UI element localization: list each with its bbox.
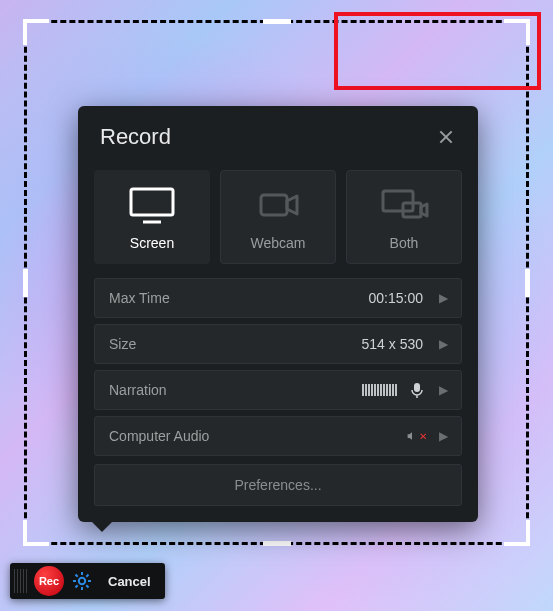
row-narration[interactable]: Narration ▶ (94, 370, 462, 410)
chevron-right-icon[interactable]: ▶ (433, 291, 453, 305)
row-size[interactable]: Size 514 x 530 ▶ (94, 324, 462, 364)
panel-title: Record (100, 124, 171, 150)
monitor-icon (125, 185, 179, 225)
dual-icon (377, 185, 431, 225)
maxtime-value: 00:15:00 (369, 290, 424, 306)
record-mode-group: Screen Webcam Both (94, 170, 462, 264)
chevron-right-icon[interactable]: ▶ (433, 429, 453, 443)
size-label: Size (109, 336, 362, 352)
svg-rect-5 (414, 383, 420, 392)
svg-line-13 (76, 585, 78, 587)
row-computer-audio[interactable]: Computer Audio ✕ ▶ (94, 416, 462, 456)
record-toolbar[interactable]: Rec Cancel (10, 563, 165, 599)
mode-both-label: Both (347, 235, 461, 251)
volume-meter (362, 384, 397, 396)
mode-webcam-label: Webcam (221, 235, 335, 251)
cancel-button[interactable]: Cancel (100, 574, 159, 589)
size-value: 514 x 530 (362, 336, 424, 352)
chevron-right-icon[interactable]: ▶ (433, 383, 453, 397)
svg-rect-0 (131, 189, 173, 215)
mode-screen[interactable]: Screen (94, 170, 210, 264)
mute-x-icon: ✕ (419, 431, 427, 442)
maxtime-label: Max Time (109, 290, 369, 306)
record-button-label: Rec (39, 575, 59, 587)
audio-label: Computer Audio (109, 428, 407, 444)
row-maxtime[interactable]: Max Time 00:15:00 ▶ (94, 278, 462, 318)
svg-line-12 (86, 585, 88, 587)
chevron-right-icon[interactable]: ▶ (433, 337, 453, 351)
record-panel: Record Screen Webcam Both (78, 106, 478, 522)
panel-pointer (92, 522, 112, 532)
mode-webcam[interactable]: Webcam (220, 170, 336, 264)
svg-point-6 (79, 578, 85, 584)
cancel-button-label: Cancel (108, 574, 151, 589)
svg-rect-3 (383, 191, 413, 211)
svg-line-14 (86, 575, 88, 577)
preferences-button[interactable]: Preferences... (94, 464, 462, 506)
mode-both[interactable]: Both (346, 170, 462, 264)
record-button[interactable]: Rec (34, 566, 64, 596)
mode-screen-label: Screen (95, 235, 209, 251)
svg-line-11 (76, 575, 78, 577)
camera-icon (251, 185, 305, 225)
microphone-icon[interactable] (407, 380, 427, 400)
gear-icon[interactable] (68, 567, 96, 595)
narration-label: Narration (109, 382, 362, 398)
close-icon[interactable] (436, 127, 456, 147)
svg-rect-2 (261, 195, 287, 215)
preferences-label: Preferences... (234, 477, 321, 493)
speaker-muted-icon[interactable]: ✕ (407, 426, 427, 446)
drag-grip-icon[interactable] (14, 569, 28, 593)
